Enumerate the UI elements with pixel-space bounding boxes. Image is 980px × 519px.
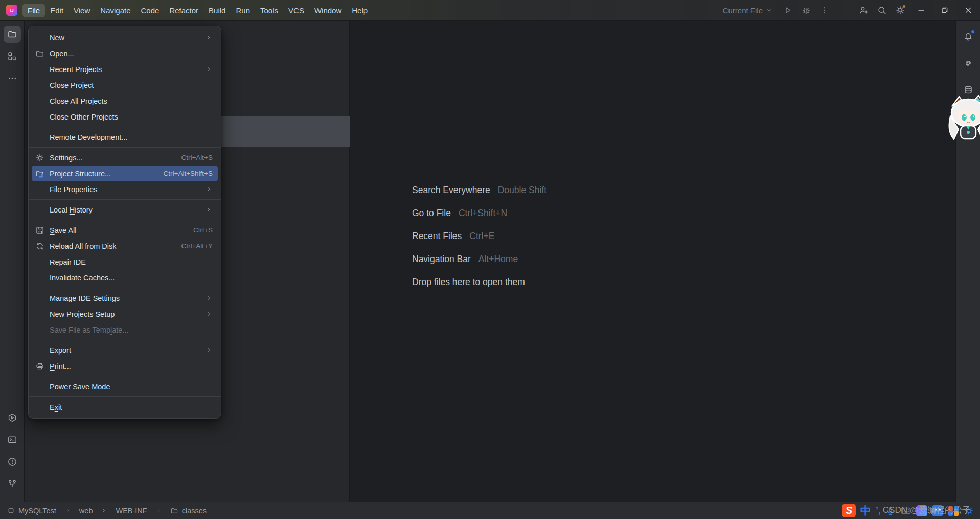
more-tool-windows-button[interactable]	[4, 69, 21, 87]
notifications-button[interactable]	[960, 28, 977, 45]
save-icon	[35, 226, 50, 235]
project-tool-window-button[interactable]	[4, 26, 21, 43]
menu-item-label: Manage IDE Settings	[50, 294, 120, 302]
menu-bar: FileEditViewNavigateCodeRefactorBuildRun…	[22, 4, 373, 17]
menu-item-label: Project Structure...	[50, 170, 111, 178]
problems-tool-window-button[interactable]	[4, 453, 21, 470]
code-with-me-button[interactable]	[854, 2, 873, 19]
breadcrumb-web[interactable]: web	[79, 507, 93, 515]
welcome-shortcut-row: Search EverywhereDouble Shift	[412, 185, 546, 208]
statusbar-right-cluster: CSDN @爱编程的松子 S 中 ’,	[842, 502, 975, 519]
menu-item-label: Local History	[50, 206, 93, 214]
settings-button[interactable]	[891, 2, 909, 19]
activity-right-slot	[960, 28, 977, 108]
menu-item-shortcut: Ctrl+Alt+S	[181, 154, 213, 161]
menu-item-exit[interactable]: Exit	[32, 399, 218, 415]
menu-item-file-properties[interactable]: File Properties	[32, 181, 218, 197]
menu-item-label: File Properties	[50, 185, 97, 194]
menu-item-reload-all-from-disk[interactable]: Reload All from DiskCtrl+Alt+Y	[32, 238, 218, 254]
menubar-item-build[interactable]: Build	[203, 4, 231, 17]
run-configuration-selector[interactable]: Current File	[718, 4, 779, 17]
submenu-chevron-icon	[205, 294, 213, 302]
menu-item-label: Print...	[50, 362, 71, 370]
menu-item-settings[interactable]: Settings...Ctrl+Alt+S	[32, 150, 218, 166]
ellipsis-icon	[7, 73, 17, 83]
menu-item-new-projects-setup[interactable]: New Projects Setup	[32, 306, 218, 322]
menu-item-close-other-projects[interactable]: Close Other Projects	[32, 109, 218, 125]
menubar-item-window[interactable]: Window	[309, 4, 347, 17]
menu-item-local-history[interactable]: Local History	[32, 202, 218, 218]
menu-item-repair-ide[interactable]: Repair IDE	[32, 254, 218, 270]
menu-item-close-all-projects[interactable]: Close All Projects	[32, 93, 218, 109]
ime-punctuation-toggle[interactable]: ’,	[876, 505, 881, 516]
ime-skin-icon[interactable]	[916, 505, 927, 516]
close-button[interactable]	[956, 0, 980, 21]
menubar-item-help[interactable]: Help	[347, 4, 373, 17]
folder-icon	[35, 49, 50, 58]
menubar-item-view[interactable]: View	[69, 4, 95, 17]
menu-item-remote-development[interactable]: Remote Development...	[32, 129, 218, 145]
menu-item-recent-projects[interactable]: Recent Projects	[32, 61, 218, 77]
emoji-face-icon[interactable]	[932, 505, 943, 516]
menu-item-invalidate-caches[interactable]: Invalidate Caches...	[32, 270, 218, 286]
right-activity-bar	[955, 21, 980, 502]
menubar-item-tools[interactable]: Tools	[255, 4, 283, 17]
ime-language-toggle[interactable]: 中	[860, 504, 871, 518]
shortcut-action-label: Go to File	[412, 208, 451, 219]
minimize-button[interactable]	[909, 0, 933, 21]
breadcrumb-project[interactable]: MySQLTest	[18, 507, 56, 515]
shortcut-keys: Double Shift	[498, 185, 546, 196]
menu-separator	[29, 376, 221, 376]
menubar-item-code[interactable]: Code	[136, 4, 165, 17]
database-icon	[963, 85, 973, 95]
run-button[interactable]	[779, 2, 797, 19]
services-tool-window-button[interactable]	[4, 409, 21, 427]
keyboard-icon[interactable]	[900, 505, 911, 516]
submenu-chevron-icon	[205, 310, 213, 318]
menubar-item-edit[interactable]: Edit	[45, 4, 69, 17]
menubar-item-navigate[interactable]: Navigate	[95, 4, 135, 17]
breadcrumb-chevron-icon	[155, 507, 162, 514]
breadcrumb-web-inf[interactable]: WEB-INF	[116, 507, 147, 515]
refresh-icon	[35, 242, 50, 251]
menu-item-close-project[interactable]: Close Project	[32, 77, 218, 93]
version-control-tool-window-button[interactable]	[4, 475, 21, 492]
sogou-input-icon[interactable]: S	[842, 504, 856, 517]
ime-toolbox-icon[interactable]	[964, 506, 974, 516]
search-everywhere-button[interactable]	[873, 2, 891, 19]
chevron-down-icon	[765, 6, 773, 14]
menu-item-print[interactable]: Print...	[32, 358, 218, 374]
ai-assistant-button[interactable]	[960, 55, 977, 72]
menu-item-save-all[interactable]: Save AllCtrl+S	[32, 222, 218, 238]
menu-item-open[interactable]: Open...	[32, 45, 218, 61]
menu-item-label: Close Project	[50, 81, 94, 89]
database-tool-window-button[interactable]	[960, 81, 977, 99]
menu-item-export[interactable]: Export	[32, 342, 218, 358]
ai-swirl-icon	[963, 58, 973, 68]
project-structure-icon	[35, 169, 50, 178]
menu-item-manage-ide-settings[interactable]: Manage IDE Settings	[32, 290, 218, 306]
app-grid-icon[interactable]	[948, 505, 959, 516]
restore-button[interactable]	[933, 0, 956, 21]
shortcut-keys: Alt+Home	[478, 254, 518, 265]
menubar-item-vcs[interactable]: VCS	[283, 4, 309, 17]
folder-icon	[170, 507, 178, 515]
menu-item-save-file-as-template: Save File as Template...	[32, 322, 218, 338]
microphone-icon[interactable]	[885, 506, 896, 516]
menu-item-new[interactable]: New	[32, 30, 218, 45]
menu-item-shortcut: Ctrl+S	[193, 226, 213, 234]
folder-icon	[7, 29, 17, 39]
debug-button[interactable]	[797, 2, 815, 19]
menu-item-power-save-mode[interactable]: Power Save Mode	[32, 379, 218, 394]
more-actions-button[interactable]	[815, 2, 834, 19]
welcome-shortcut-row: Recent FilesCtrl+E	[412, 231, 546, 254]
structure-tool-window-button[interactable]	[4, 48, 21, 65]
menu-item-project-structure[interactable]: Project Structure...Ctrl+Alt+Shift+S	[32, 166, 218, 181]
menubar-item-run[interactable]: Run	[231, 4, 255, 17]
breadcrumb-folder[interactable]: classes	[182, 507, 207, 515]
menubar-item-refactor[interactable]: Refactor	[164, 4, 203, 17]
terminal-tool-window-button[interactable]	[4, 431, 21, 449]
menubar-item-file[interactable]: File	[22, 4, 45, 17]
problems-icon	[7, 457, 17, 467]
menu-item-label: Exit	[50, 403, 62, 411]
